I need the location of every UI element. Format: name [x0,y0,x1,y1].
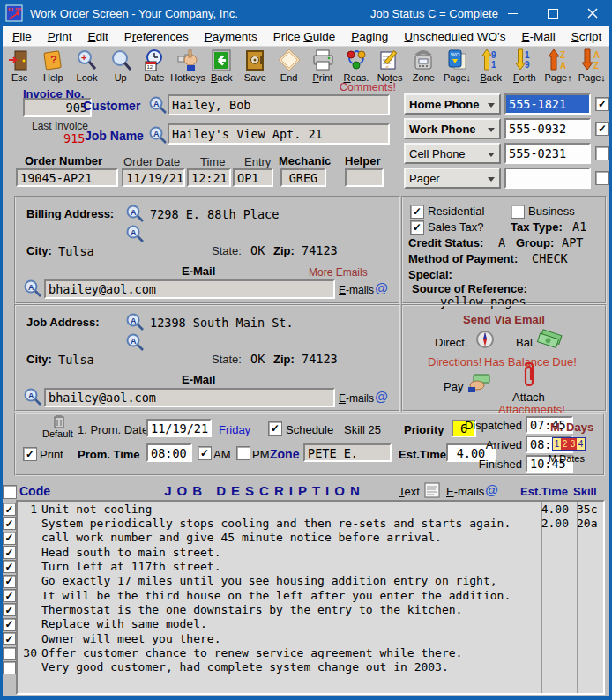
jd-row-checkbox[interactable]: ✓ [3,618,16,631]
billing-address-value[interactable]: 7298 E. 88th Place [150,207,279,221]
print-checkbox[interactable]: ✓ [23,447,37,461]
phone-type-select-home-phone[interactable]: Home Phone [404,93,501,115]
job-description-list[interactable]: 1Unit not cooling4.0035cSystem periodica… [16,500,605,695]
business-checkbox[interactable] [511,205,525,219]
job-description-row[interactable]: 30Offer customer chance to renew service… [18,645,603,659]
toolbar-button-up[interactable]: Up [104,47,138,88]
toolbar-button-help[interactable]: ?Help [36,47,70,88]
multi-dates-calendar-icon[interactable]: 1234 [552,437,586,451]
jd-row-checkbox[interactable] [3,647,16,660]
prom-date-field[interactable]: 11/19/21 [146,419,212,437]
order-time-field[interactable]: 12:21 [187,168,231,187]
jd-emails-at-icon[interactable]: @ [485,482,498,497]
jd-row-checkbox[interactable]: ✓ [3,560,16,573]
phone-print-checkbox[interactable] [595,171,609,185]
close-button[interactable] [572,0,612,26]
menu-item-payments[interactable]: Payments [197,28,265,45]
job-email-lookup-icon[interactable]: A [23,387,42,406]
phone-number-field[interactable] [504,168,591,189]
job-state-value[interactable]: OK [250,352,265,366]
jd-row-checkbox[interactable]: ✓ [3,546,16,559]
toolbar-button-page[interactable]: AZPage↓ [575,47,608,88]
order-number-field[interactable]: 19045-AP21 [16,168,118,187]
jd-row-checkbox[interactable]: ✓ [3,575,16,588]
directions-link[interactable]: Directions! [428,355,481,369]
menu-item-preferences[interactable]: Preferences [116,28,197,45]
billing-email-lookup-icon[interactable]: A [23,279,42,298]
toolbar-button-back[interactable]: Back [205,47,238,88]
jd-row-checkbox[interactable]: ✓ [3,589,16,602]
billing-address-lookup-icon[interactable]: A [125,204,145,223]
maximize-button[interactable] [533,0,572,26]
phone-number-field[interactable]: 555-0932 [504,118,591,139]
job-description-row[interactable]: Turn left at 117th street. [18,559,603,573]
more-emails-link[interactable]: More Emails [309,266,368,279]
billing-emails-at-icon[interactable]: @ [375,280,388,295]
toolbar-button-print[interactable]: Print [306,47,340,88]
job-name-field[interactable]: Hailey's View Apt. 21 [168,123,390,145]
job-emails-link[interactable]: E-mails [339,392,374,405]
menu-item-price-guide[interactable]: Price Guide [265,28,344,45]
job-emails-at-icon[interactable]: @ [375,389,388,404]
billing-emails-link[interactable]: E-mails [339,284,374,296]
phone-type-select-pager[interactable]: Pager [404,168,501,189]
m-days-label[interactable]: M. Days [550,421,593,434]
toolbar-button-save[interactable]: Save [238,47,272,88]
jd-row-checkbox[interactable]: ✓ [3,603,16,616]
menu-item-paging[interactable]: Paging [343,28,396,45]
zone-field[interactable]: PETE E. [303,443,392,462]
toolbar-button-end[interactable]: End [272,47,306,88]
toolbar-button-forth[interactable]: 19Forth [508,47,541,88]
jd-row-checkbox[interactable]: ✓ [3,632,16,645]
job-description-row[interactable]: Thermostat is the one downstairs by the … [18,602,603,616]
toolbar-button-esc[interactable]: Esc [3,47,36,88]
jd-row-checkbox[interactable]: ✓ [3,517,16,530]
job-description-row[interactable]: System periodically stops cooling and th… [18,516,603,530]
job-email-field[interactable]: bhailey@aol.com [44,388,335,407]
minimize-button[interactable] [493,0,533,26]
toolbar-button-back[interactable]: 91Back [474,47,508,88]
am-checkbox[interactable]: ✓ [198,446,212,460]
directions-compass-icon[interactable] [475,330,495,352]
job-address-value[interactable]: 12398 South Main St. [150,316,294,330]
job-description-row[interactable]: Replace with same model. [18,617,603,631]
job-address2-lookup-icon[interactable]: A [125,332,145,352]
customer-lookup-icon[interactable]: A [148,95,168,115]
prom-time-field[interactable]: 08:00 [146,443,192,462]
m-dates-label[interactable]: M.Dates [549,453,585,464]
phone-type-select-work-phone[interactable]: Work Phone [404,118,501,139]
residential-checkbox[interactable]: ✓ [410,205,424,219]
menu-item-e-mail[interactable]: E-Mail [513,28,563,45]
jd-row-checkbox[interactable] [3,661,16,674]
entry-field[interactable]: OP1 [233,168,273,187]
phone-print-checkbox[interactable] [595,146,609,160]
menu-item-unscheduled-wo-s[interactable]: Unscheduled WO's [396,28,513,45]
jd-emails-link[interactable]: E-mails [446,485,484,498]
sales-tax-checkbox[interactable]: ✓ [410,220,424,235]
phone-number-field[interactable]: 555-0231 [504,143,591,164]
pm-checkbox[interactable] [236,446,250,460]
menu-item-print[interactable]: Print [40,28,80,45]
text-mode-icon[interactable] [424,482,440,501]
billing-city-value[interactable]: Tulsa [58,244,94,258]
customer-field[interactable]: Hailey, Bob [168,94,390,115]
menu-item-script[interactable]: Script [563,28,610,45]
job-description-row[interactable]: Very good customer, had complete system … [18,660,603,674]
billing-zip-value[interactable]: 74123 [302,243,338,257]
job-city-value[interactable]: Tulsa [58,353,94,367]
phone-print-checkbox[interactable]: ✓ [595,122,609,136]
toolbar-button-look[interactable]: +Look [70,47,103,88]
menu-item-edit[interactable]: Edit [80,28,116,45]
code-header-checkbox[interactable] [3,485,17,499]
default-label[interactable]: Default [42,428,73,439]
order-date-field[interactable]: 11/19/21 [122,168,185,187]
comments-note[interactable]: Comments! [340,81,396,93]
invoice-no-field[interactable]: 905 [23,98,92,117]
phone-type-select-cell-phone[interactable]: Cell Phone [404,143,501,164]
job-description-row[interactable]: 1Unit not cooling4.0035c [18,502,603,516]
toolbar-button-hotkeys[interactable]: Hotkeys [171,47,205,88]
phone-print-checkbox[interactable]: ✓ [595,97,609,111]
mechanic-field[interactable]: GREG [280,168,326,187]
toolbar-button-page[interactable]: ZAPage↑ [541,47,575,88]
toolbar-button-page[interactable]: WOPage↓ [440,47,474,88]
